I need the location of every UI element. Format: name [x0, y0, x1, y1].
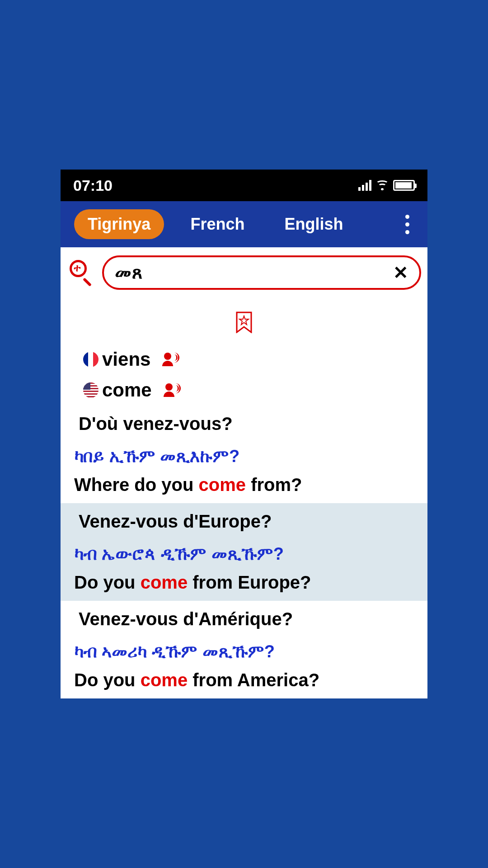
search-mode-icon[interactable]: ተ — [67, 259, 94, 286]
example-fr: D'où venez-vous? — [74, 414, 414, 434]
example-ti: ካብ ኣመሪካ ዲኹም መጺኹም? — [74, 642, 414, 662]
app-screen: 07:10 Tigrinya French English ተ ✕ — [61, 170, 427, 698]
example-fr: Venez-vous d'Amérique? — [74, 609, 414, 629]
example-ti: ካብ ኤውሮጳ ዲኹም መጺኹም? — [74, 544, 414, 564]
france-flag-icon — [83, 352, 99, 367]
example-fr: Venez-vous d'Europe? — [74, 511, 414, 532]
speak-en-icon[interactable] — [164, 383, 183, 397]
search-box: ✕ — [102, 255, 421, 290]
battery-icon — [393, 180, 415, 191]
tab-french[interactable]: French — [177, 209, 258, 239]
example-block: Venez-vous d'Europe? ካብ ኤውሮጳ ዲኹም መጺኹም? D… — [61, 503, 427, 601]
usa-flag-icon — [83, 382, 99, 398]
search-row: ተ ✕ — [61, 247, 427, 298]
search-input[interactable] — [115, 263, 393, 283]
tab-tigrinya[interactable]: Tigrinya — [74, 209, 164, 239]
translation-fr-text: viens — [102, 349, 150, 370]
example-en: Do you come from America? — [74, 670, 414, 690]
example-block: Venez-vous d'Amérique? ካብ ኣመሪካ ዲኹም መጺኹም?… — [61, 601, 427, 698]
example-en: Do you come from Europe? — [74, 572, 414, 593]
language-tabs: Tigrinya French English — [61, 201, 427, 247]
translation-french: viens — [61, 344, 427, 375]
example-ti: ካበይ ኢኹም መጺእኩም? — [74, 447, 414, 467]
bookmark-row — [61, 298, 427, 344]
clear-search-icon[interactable]: ✕ — [393, 262, 408, 283]
bookmark-icon[interactable] — [235, 311, 253, 333]
translation-english: come — [61, 375, 427, 406]
example-en: Where do you come from? — [74, 475, 414, 495]
signal-icon — [358, 180, 371, 191]
status-time: 07:10 — [73, 177, 113, 194]
status-bar: 07:10 — [61, 170, 427, 201]
tab-english[interactable]: English — [271, 209, 357, 239]
speak-fr-icon[interactable] — [163, 353, 181, 366]
example-block: D'où venez-vous? ካበይ ኢኹም መጺእኩም? Where do… — [61, 406, 427, 503]
translation-en-text: come — [102, 379, 152, 401]
wifi-icon — [376, 180, 389, 190]
more-menu-icon[interactable] — [401, 210, 414, 239]
status-icons — [358, 180, 415, 191]
